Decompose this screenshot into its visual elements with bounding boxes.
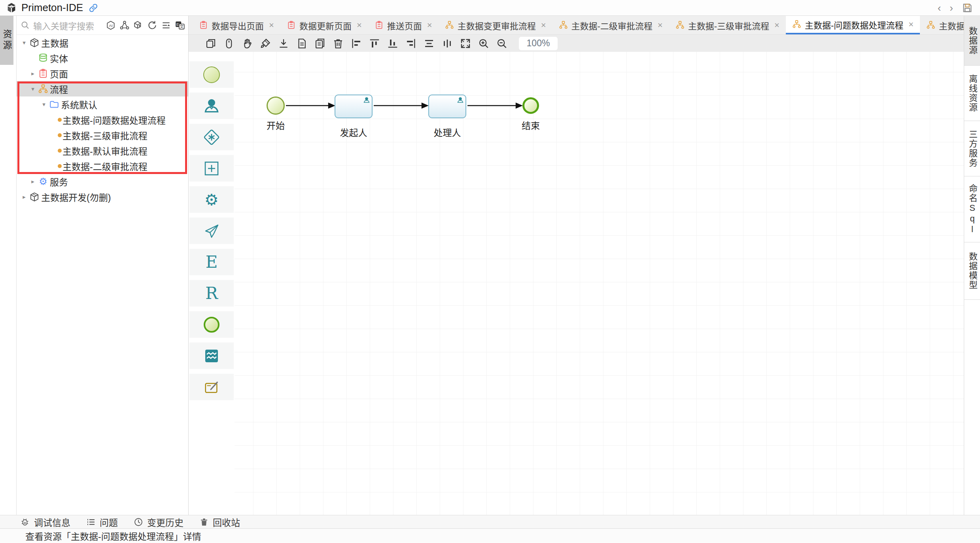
nav-back-icon[interactable]: ‹ xyxy=(938,3,941,13)
ai-icon[interactable]: AI xyxy=(106,20,116,30)
brush-icon[interactable] xyxy=(259,38,271,49)
close-icon[interactable]: × xyxy=(357,20,362,30)
start-event-node[interactable] xyxy=(267,96,285,115)
tree-node-default-approval-flow[interactable]: 主数据-默认审批流程 xyxy=(17,143,188,158)
tab-problem-data-flow[interactable]: 主数据-问题数据处理流程× xyxy=(786,16,920,34)
problems-button[interactable]: 问题 xyxy=(86,515,118,529)
tab-level2-approval-flow[interactable]: 主数据-二级审批流程× xyxy=(552,16,669,34)
copy-icon[interactable] xyxy=(205,38,217,49)
tree-node-services[interactable]: ▸ ⚙ 服务 xyxy=(17,174,188,189)
tree-node-level2-approval-flow[interactable]: 主数据-二级审批流程 xyxy=(17,158,188,174)
tab-push-page[interactable]: 推送页面× xyxy=(368,16,439,34)
copy-document-icon[interactable] xyxy=(314,38,326,49)
tree-node-problem-data-flow[interactable]: 主数据-问题数据处理流程 xyxy=(17,112,188,127)
chevron-right-icon[interactable]: ▸ xyxy=(28,178,37,185)
trash-icon xyxy=(199,517,209,527)
tree-node-masterdata-dev[interactable]: ▸ 主数据开发(勿删) xyxy=(17,189,188,204)
zoom-level-indicator[interactable]: 100% xyxy=(519,37,558,50)
save-icon[interactable] xyxy=(962,2,973,13)
sort-filter-icon[interactable] xyxy=(161,20,171,30)
user-task-node-initiator[interactable] xyxy=(335,95,373,118)
palette-send-task[interactable] xyxy=(189,218,234,244)
page-icon xyxy=(375,21,384,30)
palette-note[interactable] xyxy=(189,374,234,400)
chevron-down-icon[interactable]: ▾ xyxy=(20,39,28,46)
nav-forward-icon[interactable]: › xyxy=(950,3,953,13)
align-left-icon[interactable] xyxy=(350,38,362,49)
tree-node-entity[interactable]: 实体 xyxy=(17,50,188,66)
rail-tab-datasource[interactable]: 数据源 xyxy=(964,16,980,66)
translate-icon[interactable]: En文 xyxy=(175,20,185,30)
recycle-bin-button[interactable]: 回收站 xyxy=(199,515,240,529)
palette-subprocess[interactable] xyxy=(189,155,234,182)
rail-tab-thirdparty-services[interactable]: 三方服务 xyxy=(964,121,980,176)
cube-plus-icon[interactable] xyxy=(133,20,144,30)
close-icon[interactable]: × xyxy=(658,20,663,30)
close-icon[interactable]: × xyxy=(541,20,546,30)
zoom-out-icon[interactable] xyxy=(496,38,508,49)
close-icon[interactable]: × xyxy=(269,20,274,30)
palette-script-task[interactable] xyxy=(189,342,234,369)
mouse-icon[interactable] xyxy=(223,38,235,49)
chevron-down-icon[interactable]: ▾ xyxy=(40,101,48,108)
note-edit-icon xyxy=(203,379,220,395)
tree-node-pages[interactable]: ▸ 页面 xyxy=(17,66,188,81)
person-icon xyxy=(363,96,370,104)
chevron-down-icon[interactable]: ▾ xyxy=(28,85,37,93)
debug-info-button[interactable]: 调试信息 xyxy=(21,515,70,529)
gear-icon: ⚙ xyxy=(39,177,47,186)
right-panel-rail: 数据源 离线资源 三方服务 命名Sql 数据模型 xyxy=(964,16,980,515)
main-content-row: 资源 输入关键字搜索 AI En文 ▾ 主数据 xyxy=(0,16,980,515)
close-icon[interactable]: × xyxy=(774,20,779,30)
chevron-right-icon[interactable]: ▸ xyxy=(20,193,28,201)
rail-tab-offline-resources[interactable]: 离线资源 xyxy=(964,66,980,121)
chevron-right-icon[interactable]: ▸ xyxy=(28,70,37,77)
palette-rule[interactable]: R xyxy=(189,280,234,307)
share-nodes-icon[interactable] xyxy=(119,20,130,30)
close-icon[interactable]: × xyxy=(427,20,432,30)
palette-gateway[interactable] xyxy=(189,124,234,150)
link-icon[interactable] xyxy=(88,2,99,13)
palette-user-task[interactable] xyxy=(189,93,234,119)
document-icon[interactable] xyxy=(296,38,308,49)
download-icon[interactable] xyxy=(278,38,289,49)
tab-data-update-page[interactable]: 数据更新页面× xyxy=(280,16,368,34)
align-center-horizontal-icon[interactable] xyxy=(423,38,435,49)
tab-default-approval-flow[interactable]: 主数据-默认审批流程× xyxy=(920,16,964,34)
flow-icon xyxy=(445,21,454,30)
align-top-icon[interactable] xyxy=(369,38,380,49)
delete-icon[interactable] xyxy=(332,38,344,49)
rail-tab-data-model[interactable]: 数据模型 xyxy=(964,242,980,300)
user-task-node-handler[interactable] xyxy=(428,95,466,118)
tree-node-flows[interactable]: ▾ 流程 xyxy=(17,81,188,96)
align-center-vertical-icon[interactable] xyxy=(441,38,453,49)
search-input[interactable]: 输入关键字搜索 xyxy=(33,19,102,32)
tree-node-level3-approval-flow[interactable]: 主数据-三级审批流程 xyxy=(17,127,188,143)
service-task-icon: ⚙ xyxy=(204,192,219,208)
palette-end-event[interactable] xyxy=(189,311,234,338)
explorer-search-row: 输入关键字搜索 AI En文 xyxy=(17,16,188,35)
flow-canvas[interactable]: 开始 发起人 处理人 结束 xyxy=(235,52,964,515)
palette-entity[interactable]: E xyxy=(189,249,234,275)
tree-node-masterdata[interactable]: ▾ 主数据 xyxy=(17,35,188,50)
fit-screen-icon[interactable] xyxy=(460,38,471,49)
tab-data-export-page[interactable]: 数据导出页面× xyxy=(193,16,280,34)
palette-start-event[interactable] xyxy=(189,61,234,88)
bottom-panel-bar: 调试信息 问题 变更历史 回收站 xyxy=(0,515,980,528)
rail-tab-named-sql[interactable]: 命名Sql xyxy=(964,176,980,242)
tab-change-approval-flow[interactable]: 主数据变更审批流程× xyxy=(439,16,552,34)
hand-icon[interactable] xyxy=(241,38,253,49)
zoom-in-icon[interactable] xyxy=(478,38,490,49)
palette-service-task[interactable]: ⚙ xyxy=(189,186,234,213)
end-event-node[interactable] xyxy=(522,97,539,114)
resources-rail-tab[interactable]: 资源 xyxy=(0,16,13,65)
align-bottom-icon[interactable] xyxy=(387,38,399,49)
align-right-icon[interactable] xyxy=(405,38,417,49)
tab-level3-approval-flow[interactable]: 主数据-三级审批流程× xyxy=(669,16,786,34)
rule-letter-icon: R xyxy=(205,285,218,302)
refresh-icon[interactable] xyxy=(147,20,157,30)
change-history-button[interactable]: 变更历史 xyxy=(134,515,184,529)
tree-node-system-default[interactable]: ▾ 系统默认 xyxy=(17,96,188,112)
person-icon xyxy=(457,96,464,104)
close-icon[interactable]: × xyxy=(908,19,914,30)
